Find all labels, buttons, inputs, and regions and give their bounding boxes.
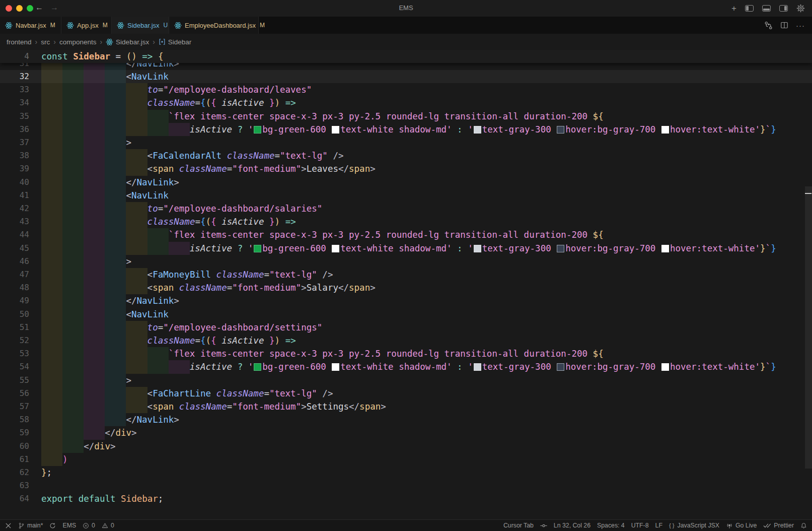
code-line[interactable]: 46> [0,255,812,268]
code-line[interactable]: 56<FaChartLine className="text-lg" /> [0,387,812,400]
line-number[interactable]: 38 [0,149,29,162]
status-item-prettier[interactable]: Prettier [763,522,794,529]
code-line[interactable]: 55> [0,374,812,387]
status-item-lf[interactable]: LF [655,522,662,529]
line-number[interactable]: 52 [0,334,29,347]
breadcrumb-item-sidebar[interactable]: Sidebar [159,38,192,46]
code-line[interactable]: 53`flex items-center space-x-3 px-3 py-2… [0,347,812,360]
toggle-sidebar-right-icon[interactable] [779,5,788,12]
code-line[interactable]: 45isActive ? 'bg-green-600 text-white sh… [0,242,812,255]
status-item-spaces-4[interactable]: Spaces: 4 [597,522,625,529]
line-number[interactable]: 39 [0,162,29,175]
status-item-bell-icon[interactable] [800,522,807,529]
code-line[interactable]: 42to="/employee-dashboard/salaries" [0,202,812,215]
toggle-sidebar-left-icon[interactable] [745,5,754,12]
code-line[interactable]: 36isActive ? 'bg-green-600 text-white sh… [0,123,812,136]
code-line[interactable]: 54isActive ? 'bg-green-600 text-white sh… [0,360,812,373]
line-number[interactable]: 50 [0,308,29,321]
code-line[interactable]: 39<span className="font-medium">Leaves</… [0,162,812,175]
code-line[interactable]: 50<NavLink [0,308,812,321]
breadcrumb-item-components[interactable]: components [59,38,97,46]
settings-gear-icon[interactable] [796,4,805,13]
line-number[interactable]: 64 [0,492,29,505]
code-line[interactable]: 34className={({ isActive }) => [0,96,812,109]
more-actions-icon[interactable]: ··· [796,21,805,30]
code-line[interactable]: 35`flex items-center space-x-3 px-3 py-2… [0,110,812,123]
status-item-ems[interactable]: EMS [62,522,76,529]
status-item-main-[interactable]: main* [18,522,43,529]
code-line[interactable]: 57<span className="font-medium">Settings… [0,400,812,413]
line-number[interactable]: 35 [0,110,29,123]
code-editor[interactable]: 31</NavLink>32<NavLink33to="/employee-da… [0,50,812,519]
code-line[interactable]: 44`flex items-center space-x-3 px-3 py-2… [0,228,812,241]
code-line[interactable]: 52className={({ isActive }) => [0,334,812,347]
line-number[interactable]: 41 [0,189,29,202]
line-number[interactable]: 56 [0,387,29,400]
line-number[interactable]: 34 [0,96,29,109]
code-line[interactable]: 37> [0,136,812,149]
code-line[interactable]: 61) [0,453,812,466]
line-number[interactable]: 42 [0,202,29,215]
line-number[interactable]: 37 [0,136,29,149]
line-number[interactable]: 45 [0,242,29,255]
code-line[interactable]: 62}; [0,466,812,479]
code-line[interactable]: 48<span className="font-medium">Salary</… [0,281,812,294]
scrollbar-thumb[interactable] [805,186,812,469]
new-file-icon[interactable]: + [731,5,736,13]
split-editor-icon[interactable] [780,21,788,29]
line-number[interactable]: 61 [0,453,29,466]
breadcrumb-item-frontend[interactable]: frontend [7,38,32,46]
code-line[interactable]: 47<FaMoneyBill className="text-lg" /> [0,268,812,281]
status-item-sync-icon[interactable] [49,522,56,529]
status-item-ln-32-col-26[interactable]: Ln 32, Col 26 [554,522,590,529]
breadcrumb-item-src[interactable]: src [41,38,50,46]
open-changes-icon[interactable] [764,21,773,30]
status-item-cursor-tab[interactable]: Cursor Tab [503,522,534,529]
status-item-cursor-tab-icon[interactable] [540,522,547,529]
status-item-remote-icon[interactable] [5,522,12,529]
breadcrumb-item-sidebar-jsx[interactable]: Sidebar.jsx [106,38,149,46]
sticky-scroll-line[interactable]: 4const Sidebar = () => { [0,50,812,63]
code-line[interactable]: 40</NavLink> [0,176,812,189]
line-number[interactable]: 48 [0,281,29,294]
status-item-0[interactable]: 0 [83,522,95,529]
status-item-utf-8[interactable]: UTF-8 [631,522,649,529]
line-number[interactable]: 33 [0,83,29,96]
code-line[interactable]: 59</div> [0,426,812,439]
tab-app-jsx[interactable]: App.jsxM [61,17,112,34]
line-number[interactable]: 49 [0,294,29,307]
line-number[interactable]: 46 [0,255,29,268]
tab-employeedashboard-jsx[interactable]: EmployeeDashboard.jsxM [169,17,259,34]
line-number[interactable]: 62 [0,466,29,479]
line-number[interactable]: 63 [0,479,29,492]
code-line[interactable]: 38<FaCalendarAlt className="text-lg" /> [0,149,812,162]
line-number[interactable]: 36 [0,123,29,136]
status-item-javascript-jsx[interactable]: { }JavaScript JSX [669,522,719,529]
code-line[interactable]: 58</NavLink> [0,413,812,426]
line-number[interactable]: 51 [0,321,29,334]
code-line[interactable]: 60</div> [0,440,812,453]
code-line[interactable]: 32<NavLink [0,70,812,83]
line-number[interactable]: 53 [0,347,29,360]
code-line[interactable]: 43className={({ isActive }) => [0,215,812,228]
vertical-scrollbar[interactable] [805,50,812,519]
line-number[interactable]: 32 [0,70,29,83]
line-number[interactable]: 44 [0,228,29,241]
tab-navbar-jsx[interactable]: Navbar.jsxM [0,17,61,34]
line-number[interactable]: 58 [0,413,29,426]
code-line[interactable]: 41<NavLink [0,189,812,202]
line-number[interactable]: 60 [0,440,29,453]
line-number[interactable]: 43 [0,215,29,228]
line-number[interactable]: 40 [0,176,29,189]
code-line[interactable]: 33to="/employee-dashboard/leaves" [0,83,812,96]
line-number[interactable]: 57 [0,400,29,413]
code-line[interactable]: 64export default Sidebar; [0,492,812,505]
status-item-go-live[interactable]: Go Live [726,522,757,529]
status-item-0[interactable]: 0 [102,522,114,529]
line-number[interactable]: 54 [0,360,29,373]
code-line[interactable]: 63 [0,479,812,492]
line-number[interactable]: 55 [0,374,29,387]
line-number[interactable]: 59 [0,426,29,439]
tab-sidebar-jsx[interactable]: Sidebar.jsxU× [112,17,169,34]
line-number[interactable]: 47 [0,268,29,281]
